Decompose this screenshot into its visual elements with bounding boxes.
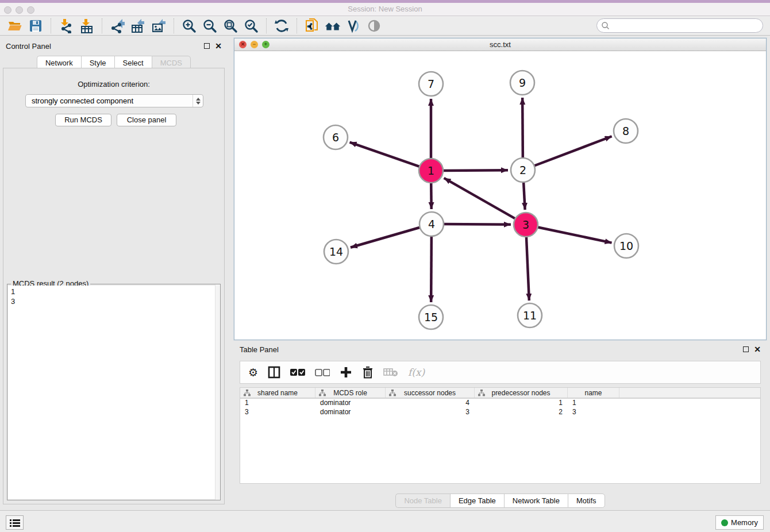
table-toolbar: ⚙ f(x) — [240, 361, 761, 384]
close-panel-button[interactable]: Close panel — [117, 114, 176, 126]
graph-node-label-3: 3 — [522, 218, 529, 231]
delete-table-icon[interactable] — [383, 367, 398, 377]
window-minimize-icon[interactable] — [16, 6, 23, 14]
graph-node-label-8: 8 — [622, 125, 629, 137]
memory-status-icon — [721, 519, 728, 526]
column-header[interactable]: predecessor nodes — [475, 388, 568, 398]
graph-edge-4-15[interactable] — [431, 235, 432, 302]
unselect-all-columns-icon[interactable] — [315, 369, 330, 376]
search-input[interactable] — [610, 20, 763, 32]
column-header[interactable]: shared name — [240, 388, 315, 398]
create-column-plus-icon[interactable] — [340, 366, 352, 379]
graph-node-label-11: 11 — [523, 309, 537, 322]
import-network-icon[interactable] — [58, 18, 74, 34]
namespace-icon — [244, 390, 251, 396]
refresh-icon[interactable] — [274, 18, 290, 34]
frame-minimize-icon[interactable]: − — [251, 41, 258, 48]
control-panel: Control Panel ✕ Network Style Select MCD… — [0, 38, 228, 508]
memory-button[interactable]: Memory — [715, 515, 764, 530]
tab-motifs[interactable]: Motifs — [568, 494, 605, 508]
frame-close-icon[interactable]: ✕ — [239, 41, 247, 48]
tab-edge-table[interactable]: Edge Table — [450, 494, 504, 508]
namespace-icon — [389, 390, 396, 396]
zoom-in-icon[interactable] — [181, 18, 197, 34]
graph-edge-1-6[interactable] — [350, 142, 421, 167]
zoom-selected-icon[interactable] — [243, 18, 259, 34]
window-zoom-icon[interactable] — [27, 6, 34, 14]
export-table-icon[interactable] — [130, 18, 146, 34]
dropdown-stepper-icon — [192, 95, 203, 107]
graph-edge-2-8[interactable] — [533, 136, 612, 166]
column-header[interactable]: successor nodes — [386, 388, 475, 398]
namespace-icon — [319, 390, 326, 396]
run-mcds-button[interactable]: Run MCDS — [55, 114, 111, 126]
graph-node-label-4: 4 — [428, 218, 435, 230]
table-settings-gear-icon[interactable]: ⚙ — [248, 367, 258, 378]
export-network-icon[interactable] — [109, 18, 125, 34]
graph-node-label-7: 7 — [428, 78, 434, 90]
column-header[interactable]: name — [568, 388, 619, 398]
open-session-icon[interactable] — [7, 18, 23, 34]
vizmapper-icon[interactable] — [345, 18, 361, 34]
table-header-row: shared name MCDS role successor nodes pr… — [240, 388, 760, 399]
column-header[interactable]: MCDS role — [315, 388, 386, 398]
graph-edge-4-3[interactable] — [442, 224, 511, 225]
graph-edge-3-11[interactable] — [526, 236, 529, 300]
table-panel-tabs: Node Table Edge Table Network Table Moti… — [234, 494, 767, 508]
zoom-out-icon[interactable] — [202, 18, 218, 34]
table-panel-title: Table Panel — [240, 345, 279, 354]
import-table-icon[interactable] — [79, 18, 95, 34]
save-session-icon[interactable] — [28, 18, 44, 34]
close-panel-icon[interactable]: ✕ — [215, 43, 222, 49]
tab-node-table[interactable]: Node Table — [395, 494, 450, 508]
table-row[interactable]: 3 dominator 3 2 3 — [240, 408, 760, 417]
graph-node-label-6: 6 — [332, 131, 339, 144]
table-panel: Table Panel ✕ ⚙ f(x) share — [234, 341, 767, 508]
graph-edge-1-4[interactable] — [431, 182, 432, 209]
network-window-titlebar[interactable]: ✕ − + scc.txt — [234, 38, 766, 51]
close-table-panel-icon[interactable]: ✕ — [754, 346, 761, 352]
graph-node-label-14: 14 — [329, 245, 343, 258]
network-canvas[interactable]: 7968124314101511 — [234, 51, 766, 340]
mcds-result-textarea[interactable]: 1 3 — [8, 286, 220, 499]
show-graphics-details-icon[interactable] — [366, 18, 382, 34]
control-panel-title: Control Panel — [6, 42, 51, 51]
graph-node-label-2: 2 — [519, 164, 526, 176]
function-builder-icon[interactable]: f(x) — [408, 367, 425, 378]
graph-node-label-1: 1 — [428, 164, 434, 177]
mcds-result-group: MCDS result (2 nodes) 1 3 — [7, 284, 221, 500]
float-panel-icon[interactable] — [204, 43, 210, 49]
namespace-icon — [478, 390, 485, 396]
window-title: Session: New Session — [0, 3, 770, 16]
graph-edge-4-14[interactable] — [351, 227, 421, 248]
graph-edge-2-9[interactable] — [522, 98, 523, 159]
result-scrollbar[interactable] — [215, 284, 220, 500]
graph-node-label-15: 15 — [424, 311, 438, 323]
tab-network-table[interactable]: Network Table — [504, 494, 568, 508]
task-history-button[interactable] — [6, 515, 24, 530]
select-all-columns-icon[interactable] — [290, 369, 305, 376]
frame-maximize-icon[interactable]: + — [262, 41, 270, 48]
graph-edge-3-1[interactable] — [444, 178, 517, 219]
main-toolbar — [0, 16, 770, 36]
mcds-panel-body: Optimization criterion: strongly connect… — [3, 68, 225, 504]
window-close-icon[interactable] — [4, 6, 11, 14]
graph-edge-3-10[interactable] — [537, 227, 612, 243]
float-table-panel-icon[interactable] — [743, 346, 749, 352]
graph-edge-1-2[interactable] — [442, 170, 508, 171]
graph-node-label-9: 9 — [519, 76, 526, 89]
new-network-from-selection-icon[interactable] — [304, 18, 320, 34]
graph-edge-2-3[interactable] — [523, 181, 525, 210]
optimization-criterion-label: Optimization criterion: — [3, 80, 224, 88]
table-row[interactable]: 1 dominator 4 1 1 — [240, 399, 760, 408]
memory-label: Memory — [731, 518, 758, 527]
node-table[interactable]: shared name MCDS role successor nodes pr… — [240, 387, 761, 484]
search-box[interactable] — [596, 18, 763, 33]
graph-node-label-10: 10 — [619, 240, 633, 252]
home-icon[interactable] — [325, 18, 341, 34]
delete-column-trash-icon[interactable] — [362, 366, 374, 379]
criterion-dropdown[interactable]: strongly connected component — [25, 94, 203, 107]
export-image-icon[interactable] — [151, 18, 167, 34]
zoom-fit-icon[interactable] — [222, 18, 238, 34]
table-mode-columns-icon[interactable] — [268, 366, 280, 379]
